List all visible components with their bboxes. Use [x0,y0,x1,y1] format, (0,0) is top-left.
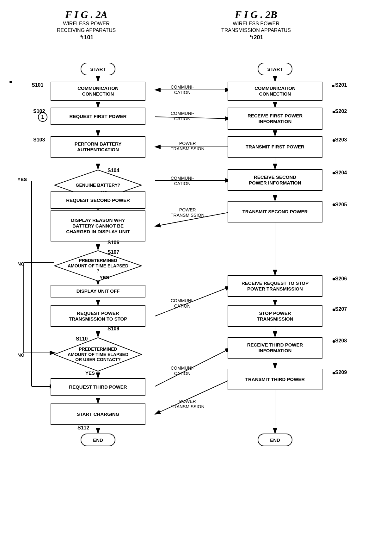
fig2b-ref: ↰201 [221,34,291,41]
s110-diamond: PREDETERMINEDAMOUNT OF TIME ELAPSEDOR US… [54,337,142,372]
s207-box: STOP POWERTRANSMISSION [228,305,322,327]
s101-label: S101 [32,82,43,88]
s205-box: TRANSMIT SECOND POWER [228,201,322,222]
s201-label: S201 [335,82,347,88]
fig2b-title-block: F I G . 2B WIRELESS POWERTRANSMISSION AP… [221,9,291,41]
s204-label: S204 [335,170,347,176]
s204-box: RECEIVE SECONDPOWER INFORMATION [228,169,322,191]
s205-label: S205 [335,202,347,208]
s208-label: S208 [335,338,347,344]
s112-label: S112 [77,425,89,431]
s203-label: S203 [335,137,347,143]
s101-box: COMMUNICATIONCONNECTION [51,82,145,101]
power-label-3: POWERTRANSMISSION [171,399,205,410]
s208-box: RECEIVE THIRD POWERINFORMATION [228,337,322,359]
s112-box: START CHARGING [51,403,145,425]
fig2a-title-block: F I G . 2A WIRELESS POWERRECEIVING APPAR… [57,9,116,41]
s206-label: S206 [335,276,347,282]
s209-box: TRANSMIT THIRD POWER [228,369,322,390]
power-label-2: POWERTRANSMISSION [171,207,205,218]
s109-box: REQUEST POWERTRANSMISSION TO STOP [51,305,145,327]
yes-label-s107: YES [100,275,109,280]
comm-label-4: COMMUNI-CATION [171,298,194,309]
power-label-1: POWERTRANSMISSION [171,141,205,152]
fig2a-title: F I G . 2A [57,9,116,21]
fig2a-ref: ↰101 [57,34,116,41]
no-label-s107: NO [17,261,25,266]
connector-1: 1 [38,112,47,122]
s209-label: S209 [335,370,347,375]
comm-label-3: COMMUNI-CATION [171,176,194,186]
s109-label: S109 [107,326,119,332]
s207-label: S207 [335,306,347,312]
right-start: START [258,63,292,75]
right-end: END [258,434,292,446]
left-end: END [81,434,115,446]
s103-label: S103 [33,137,45,143]
fig2b-subtitle: WIRELESS POWERTRANSMISSION APPARATUS [221,21,291,34]
fig2b-title: F I G . 2B [221,9,291,21]
s106-box: DISPLAY REASON WHYBATTERY CANNOT BECHARG… [51,210,145,241]
s206-box: RECEIVE REQUEST TO STOPPOWER TRANSMISSIO… [228,275,322,297]
s102-box: REQUEST FIRST POWER [51,108,145,125]
fig2a-subtitle: WIRELESS POWERRECEIVING APPARATUS [57,21,116,34]
s105-box: REQUEST SECOND POWER [51,191,145,209]
diagram-container: F I G . 2A WIRELESS POWERRECEIVING APPAR… [0,0,392,544]
s201-box: COMMUNICATIONCONNECTION [228,82,322,101]
comm-label-5: COMMUNI-CATION [171,366,194,376]
s107-diamond: PREDETERMINEDAMOUNT OF TIME ELAPSED? [54,250,142,282]
yes-label-s104: YES [17,177,27,182]
s202-label: S202 [335,109,347,114]
s203-box: TRANSMIT FIRST POWER [228,136,322,158]
no-label-s110: NO [17,352,25,358]
left-start: START [81,63,115,75]
s103-box: PERFORM BATTERYAUTHENTICATION [51,136,145,158]
s108-box: DISPLAY UNIT OFF [51,285,145,297]
comm-label-1: COMMUNI-CATION [171,84,194,95]
s111-box: REQUEST THIRD POWER [51,378,145,396]
s106-label: S106 [107,240,119,246]
comm-label-2: COMMUNI-CATION [171,111,194,122]
s202-box: RECEIVE FIRST POWERINFORMATION [228,108,322,130]
yes-label-s110: YES [85,370,95,376]
